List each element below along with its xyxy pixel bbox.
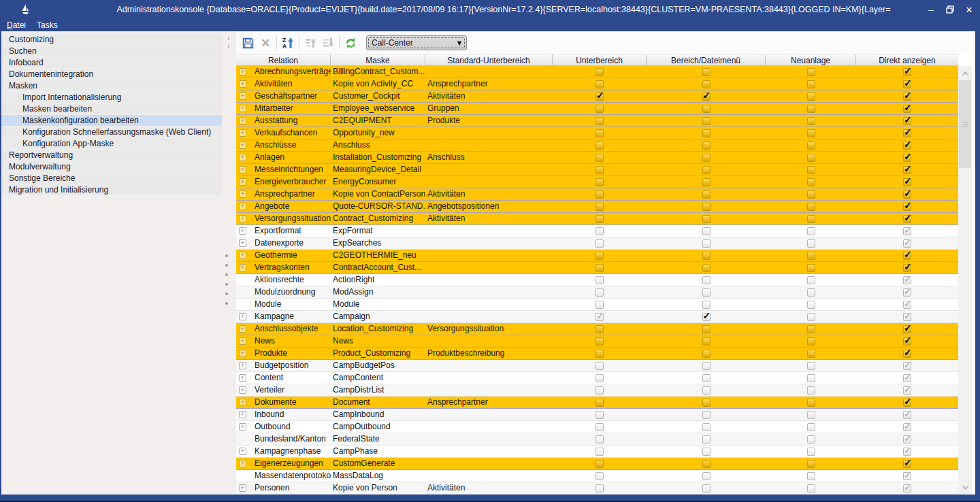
checkbox-neuanlage[interactable] [807, 117, 815, 125]
checkbox-direkt-anzeigen[interactable]: ✓ [903, 141, 911, 150]
checkbox-direkt-anzeigen[interactable]: ✓ [903, 325, 911, 333]
checkbox-unterbereich[interactable] [595, 264, 604, 272]
checkbox-neuanlage[interactable] [807, 80, 815, 88]
expand-icon[interactable]: + [239, 154, 246, 161]
checkbox-bereich-dateimenü[interactable] [702, 301, 710, 309]
checkbox-neuanlage[interactable] [807, 239, 815, 248]
expand-icon[interactable]: + [239, 68, 246, 76]
save-icon[interactable] [239, 34, 257, 52]
table-row[interactable]: +VertragskontenContractAccount_Cust...✓ [236, 262, 958, 274]
table-row[interactable]: +GeothermieC2GEOTHERMIE_neu✓ [236, 250, 958, 262]
checkbox-unterbereich[interactable] [595, 129, 604, 137]
checkbox-direkt-anzeigen[interactable]: ✓ [903, 264, 911, 272]
checkbox-bereich-dateimenü[interactable] [702, 460, 710, 468]
table-row[interactable]: +EigenerzeugungenCustomGenerate✓ [236, 458, 958, 470]
checkbox-unterbereich[interactable] [595, 337, 604, 346]
scroll-down-icon[interactable] [958, 481, 972, 493]
expand-icon[interactable]: + [239, 129, 246, 137]
checkbox-bereich-dateimenü[interactable] [702, 399, 710, 407]
checkbox-unterbereich[interactable] [595, 215, 604, 223]
checkbox-direkt-anzeigen[interactable]: ✓ [903, 374, 911, 382]
sidebar-item-maskenkonfiguration-bearbeiten[interactable]: Maskenkonfiguration bearbeiten [1, 115, 222, 126]
table-row[interactable]: +BudgetpositionCampBudgetPos✓ [236, 360, 958, 372]
expand-icon[interactable]: + [239, 460, 246, 467]
table-row[interactable]: +AngeboteQuote-CURSOR-STAND...Angebotspo… [236, 201, 958, 213]
checkbox-neuanlage[interactable] [807, 227, 815, 235]
checkbox-direkt-anzeigen[interactable]: ✓ [903, 166, 911, 174]
checkbox-neuanlage[interactable] [807, 105, 815, 113]
table-row[interactable]: +KampagneCampaign✓✓✓ [236, 311, 958, 323]
checkbox-direkt-anzeigen[interactable]: ✓ [903, 227, 911, 235]
table-row[interactable]: +MesseinrichtungenMeasuringDevice_Detail… [236, 164, 958, 176]
checkbox-unterbereich[interactable] [595, 374, 604, 382]
checkbox-unterbereich[interactable] [595, 460, 604, 468]
menu-tasks[interactable]: Tasks [37, 20, 58, 30]
splitter-handle[interactable] [225, 254, 229, 312]
table-row[interactable]: +GeschäftspartnerCustomer_CockpitAktivit… [236, 90, 958, 103]
checkbox-unterbereich[interactable] [595, 190, 604, 199]
checkbox-bereich-dateimenü[interactable] [702, 117, 710, 125]
sidebar-item-suchen[interactable]: Suchen [1, 46, 222, 56]
checkbox-bereich-dateimenü[interactable] [702, 190, 710, 199]
table-row[interactable]: +DatenexporteExpSearches✓ [236, 237, 958, 250]
checkbox-neuanlage[interactable] [807, 154, 815, 162]
sidebar-item-masken-bearbeiten[interactable]: Masken bearbeiten [1, 103, 222, 114]
checkbox-direkt-anzeigen[interactable]: ✓ [903, 154, 911, 162]
table-row[interactable]: +VerteilerCampDistrList✓ [236, 384, 958, 397]
column-header-neuanlage[interactable]: Neuanlage [766, 55, 856, 65]
sidebar-item-masken[interactable]: Masken [1, 80, 222, 91]
checkbox-bereich-dateimenü[interactable] [702, 252, 710, 260]
checkbox-neuanlage[interactable] [807, 141, 815, 150]
checkbox-neuanlage[interactable] [807, 325, 815, 333]
checkbox-unterbereich[interactable] [595, 301, 604, 309]
expand-icon[interactable]: + [239, 93, 246, 100]
checkbox-bereich-dateimenü[interactable] [702, 374, 710, 382]
expand-icon[interactable]: + [239, 264, 246, 271]
checkbox-bereich-dateimenü[interactable] [702, 325, 710, 333]
expand-icon[interactable]: + [239, 411, 246, 418]
checkbox-direkt-anzeigen[interactable]: ✓ [903, 386, 911, 395]
checkbox-neuanlage[interactable] [807, 313, 815, 321]
checkbox-direkt-anzeigen[interactable]: ✓ [903, 350, 911, 358]
column-header-standard-unterbereich[interactable]: Standard-Unterbereich [425, 55, 553, 65]
table-row[interactable]: ModuleModule✓ [236, 299, 958, 311]
column-header-maske[interactable]: Maske [331, 55, 425, 65]
expand-icon[interactable]: + [239, 117, 246, 124]
expand-icon[interactable]: + [239, 362, 246, 369]
expand-icon[interactable]: + [239, 313, 246, 320]
sidebar-item-import-internationalisierung[interactable]: Import Internationalisierung [1, 92, 222, 103]
scroll-up-icon[interactable] [958, 67, 972, 80]
expand-icon[interactable]: + [239, 190, 246, 198]
table-row[interactable]: +AnsprechpartnerKopie von ContactPersonA… [236, 188, 958, 201]
checkbox-unterbereich[interactable] [595, 239, 604, 248]
checkbox-bereich-dateimenü[interactable] [702, 105, 710, 113]
checkbox-unterbereich[interactable] [595, 350, 604, 358]
sort-za-icon[interactable]: Z A [279, 34, 297, 52]
table-row[interactable]: +ExportformatExpFormat✓ [236, 225, 958, 237]
checkbox-neuanlage[interactable] [807, 484, 815, 492]
checkbox-neuanlage[interactable] [807, 411, 815, 419]
sidebar-collapse-icon[interactable]: ‹› [224, 35, 233, 50]
checkbox-direkt-anzeigen[interactable]: ✓ [903, 276, 911, 284]
checkbox-direkt-anzeigen[interactable]: ✓ [903, 448, 911, 456]
vertical-scrollbar[interactable] [958, 66, 972, 495]
checkbox-bereich-dateimenü[interactable] [702, 484, 710, 492]
checkbox-neuanlage[interactable] [807, 129, 815, 137]
table-row[interactable]: Bundesland/KantonFederalState✓ [236, 433, 958, 446]
checkbox-unterbereich[interactable] [595, 399, 604, 407]
table-row[interactable]: +AusstattungC2EQUIPMENTProdukte✓ [236, 115, 958, 127]
checkbox-neuanlage[interactable] [807, 472, 815, 480]
checkbox-bereich-dateimenü[interactable] [702, 264, 710, 272]
sidebar-item-dokumentenintegration[interactable]: Dokumentenintegration [1, 69, 222, 80]
table-row[interactable]: +VersorgungssituationContract_Customizin… [236, 213, 958, 225]
checkbox-neuanlage[interactable] [807, 423, 815, 431]
checkbox-neuanlage[interactable] [807, 386, 815, 395]
expand-icon[interactable]: + [239, 239, 246, 247]
table-row[interactable]: +InboundCampInbound✓ [236, 409, 958, 421]
expand-icon[interactable]: + [239, 80, 246, 88]
checkbox-bereich-dateimenü[interactable] [702, 68, 710, 76]
checkbox-neuanlage[interactable] [807, 178, 815, 186]
checkbox-neuanlage[interactable] [807, 374, 815, 382]
table-row[interactable]: ModulzuordnungModAssign✓ [236, 286, 958, 299]
checkbox-bereich-dateimenü[interactable] [702, 129, 710, 137]
